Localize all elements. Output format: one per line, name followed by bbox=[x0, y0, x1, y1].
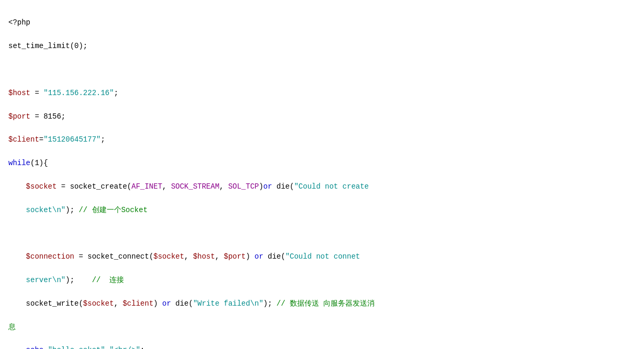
func-die-3: die bbox=[175, 299, 188, 308]
const-sock-stream: SOCK_STREAM bbox=[171, 182, 219, 191]
func-socket-connect: socket_connect bbox=[87, 252, 149, 261]
func-socket-create: socket_create bbox=[70, 182, 127, 191]
comment-write-cont: 息 bbox=[8, 323, 16, 331]
comment-write: // 数据传送 向服务器发送消 bbox=[277, 299, 375, 308]
php-open-tag: <?php bbox=[8, 18, 30, 27]
func-die-1: die bbox=[277, 182, 290, 191]
var-client-ref: $client bbox=[122, 299, 153, 308]
var-port-ref: $port bbox=[224, 252, 246, 261]
code-display: <?php set_time_limit(0); $host = "115.15… bbox=[8, 5, 636, 349]
keyword-or-1: or bbox=[263, 182, 272, 191]
comment-socket: // 创建一个Socket bbox=[78, 206, 148, 214]
var-client: $client bbox=[8, 135, 39, 144]
string-br: "<br/>" bbox=[109, 346, 140, 349]
string-host: "115.156.222.16" bbox=[43, 89, 114, 97]
func-socket-write: socket_write bbox=[26, 299, 79, 308]
var-host-ref: $host bbox=[193, 252, 215, 261]
const-af-inet: AF_INET bbox=[131, 182, 162, 191]
string-hello: "hello soket" bbox=[48, 346, 105, 349]
keyword-while: while bbox=[8, 159, 30, 167]
string-die-1: "Could not create bbox=[294, 182, 369, 191]
comment-connect: // 连接 bbox=[92, 276, 125, 284]
keyword-echo-1: echo bbox=[26, 346, 44, 349]
const-sol-tcp: SOL_TCP bbox=[228, 182, 259, 191]
keyword-or-2: or bbox=[255, 252, 264, 261]
keyword-or-3: or bbox=[162, 299, 171, 308]
string-die-3: "Write failed\n" bbox=[193, 299, 263, 308]
string-die-1b: socket\n" bbox=[8, 206, 65, 214]
var-connection: $connection bbox=[26, 252, 74, 261]
var-socket-2: $socket bbox=[153, 252, 184, 261]
set-time-limit: set_time_limit bbox=[8, 42, 70, 50]
var-port: $port bbox=[8, 112, 30, 121]
var-socket-3: $socket bbox=[83, 299, 114, 308]
var-host: $host bbox=[8, 89, 30, 97]
func-die-2: die bbox=[268, 252, 281, 261]
string-die-2: "Could not connet bbox=[285, 252, 360, 261]
string-die-2b: server\n" bbox=[8, 276, 65, 284]
string-client: "15120645177" bbox=[43, 135, 100, 144]
var-socket-1: $socket bbox=[26, 182, 57, 191]
